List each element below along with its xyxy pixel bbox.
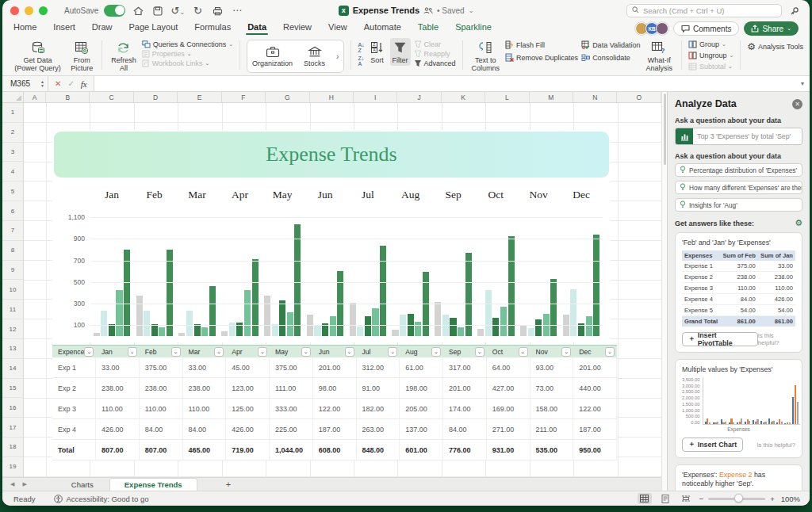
data-cell[interactable]: 187.00 [313,419,357,439]
panel-close-icon[interactable]: ✕ [792,99,802,109]
analysis-tools-button[interactable]: ⚙ Analysis Tools [747,41,803,52]
data-cell[interactable]: 61.00 [400,357,443,377]
data-cell[interactable]: 110.00 [183,399,227,418]
search-input[interactable]: Search (Cmd + Ctrl + U) [626,4,782,17]
row-number-18[interactable]: 18 [2,437,23,457]
undo-icon[interactable]: ↺⌄ [170,5,185,17]
data-cell[interactable]: 427.00 [487,378,530,398]
data-cell[interactable]: 84.00 [443,419,487,439]
data-cell[interactable]: 719.00 [226,440,270,460]
data-cell[interactable]: 312.00 [357,357,400,377]
filter-dropdown-icon[interactable]: ⌄ [84,347,94,357]
row-number-3[interactable]: 3 [2,143,23,162]
menu-tab-table[interactable]: Table [418,22,439,35]
zoom-window-button[interactable] [39,6,48,15]
data-cell[interactable]: 225.00 [270,419,313,439]
table-header-apr[interactable]: Apr⌄ [226,346,270,357]
chart-helpful-link[interactable]: Is this helpful? [756,441,795,449]
row-number-12[interactable]: 12 [2,319,23,339]
zoom-out-button[interactable]: − [699,495,704,503]
autosave-toggle[interactable] [104,5,125,17]
filter-dropdown-icon[interactable]: ⌄ [258,347,267,357]
data-cell[interactable]: 169.00 [487,399,530,418]
menu-tab-view[interactable]: View [328,22,347,35]
column-header-B[interactable]: B [46,92,90,102]
sort-asc-desc-icons[interactable]: A↓Z Z↓A [358,38,364,67]
filter-dropdown-icon[interactable]: ⌄ [561,347,571,357]
data-cell[interactable]: 91.00 [357,378,400,398]
data-cell[interactable]: 110.00 [96,399,140,418]
data-validation-button[interactable]: Data Validation [581,40,640,49]
sheet-tab-charts[interactable]: Charts [57,478,108,491]
suggestion-chip[interactable]: How many different 'Expenses' are there? [675,181,802,194]
data-cell[interactable]: 201.00 [443,378,487,398]
zoom-in-button[interactable]: + [770,495,775,503]
redo-icon[interactable]: ↻ [190,5,205,17]
data-cell[interactable]: 238.00 [183,378,227,398]
add-sheet-button[interactable]: + [226,480,231,489]
data-cell[interactable]: 807.00 [96,440,140,460]
collaborator-avatars[interactable]: KB [635,22,668,35]
table-header-oct[interactable]: Oct⌄ [487,346,530,357]
data-cell[interactable]: 426.00 [226,419,270,439]
menu-tab-data[interactable]: Data [247,22,266,35]
menu-tab-automate[interactable]: Automate [364,22,401,35]
page-layout-view-button[interactable] [658,493,672,504]
row-number-17[interactable]: 17 [2,418,23,437]
save-icon[interactable] [151,5,165,16]
row-number-8[interactable]: 8 [2,241,23,261]
filter-dropdown-icon[interactable]: ⌄ [214,347,224,357]
filter-dropdown-icon[interactable]: ⌄ [475,347,485,357]
filter-dropdown-icon[interactable]: ⌄ [171,347,181,357]
sheet-nav-left-icon[interactable]: ◀ [10,481,14,487]
data-cell[interactable]: 201.00 [573,357,617,377]
data-cell[interactable]: 158.00 [530,399,574,418]
row-number-6[interactable]: 6 [2,201,23,221]
data-cell[interactable]: 776.00 [443,440,487,460]
data-cell[interactable]: 375.00 [270,357,313,377]
pivot-helpful-link[interactable]: Is this helpful? [758,332,795,346]
row-number-14[interactable]: 14 [2,359,23,379]
menu-tab-draw[interactable]: Draw [92,22,113,35]
menu-tab-page-layout[interactable]: Page Layout [129,22,178,35]
column-header-K[interactable]: K [442,92,485,102]
filter-button[interactable]: Filter [390,38,411,66]
refresh-all-button[interactable]: RefreshAll [109,38,139,75]
data-cell[interactable]: 238.00 [140,378,183,398]
column-header-E[interactable]: E [178,92,221,102]
vertical-scrollbar[interactable] [661,92,667,491]
data-cell[interactable]: 465.00 [183,440,227,460]
data-types-more-icon[interactable]: › [336,52,339,61]
function-icon[interactable]: fx [81,79,87,89]
name-box[interactable]: M365 ▲▼ [2,76,48,91]
what-if-analysis-button[interactable]: ? What-IfAnalysis ⌄ [644,38,676,75]
insert-chart-button[interactable]: ＋ Insert Chart [682,437,743,452]
data-cell[interactable]: 201.00 [313,357,357,377]
sort-za-icon[interactable]: Z↓A [358,55,364,67]
answers-settings-gear-icon[interactable]: ⚙ [795,218,802,228]
row-label-cell[interactable]: Exp 4 [52,419,96,439]
row-number-11[interactable]: 11 [2,300,23,319]
table-header-jan[interactable]: Jan⌄ [96,346,140,357]
column-header-D[interactable]: D [134,92,178,102]
data-cell[interactable]: 45.00 [226,357,270,377]
row-number-7[interactable]: 7 [2,221,23,241]
data-cell[interactable]: 375.00 [140,357,183,377]
data-cell[interactable]: 182.00 [357,399,400,418]
grid-cells[interactable]: Expense Trends JanFebMarAprMayJunJulAugS… [24,103,661,477]
column-header-N[interactable]: N [573,92,617,102]
row-label-cell[interactable]: Total [52,440,96,460]
filter-dropdown-icon[interactable]: ⌄ [345,347,354,357]
consolidate-button[interactable]: Consolidate [581,53,640,62]
table-header-jun[interactable]: Jun⌄ [313,346,357,357]
table-header-mar[interactable]: Mar⌄ [183,346,227,357]
insert-pivottable-button[interactable]: ＋ Insert PivotTable [682,332,758,346]
column-header-F[interactable]: F [222,92,266,102]
data-cell[interactable]: 807.00 [140,440,183,460]
group-button[interactable]: Group ⌄ [688,40,733,48]
column-header-M[interactable]: M [530,92,573,102]
minimize-window-button[interactable] [25,6,33,15]
data-cell[interactable]: 137.00 [400,419,443,439]
table-header-dec[interactable]: Dec⌄ [573,346,617,357]
row-label-cell[interactable]: Exp 2 [52,378,96,398]
